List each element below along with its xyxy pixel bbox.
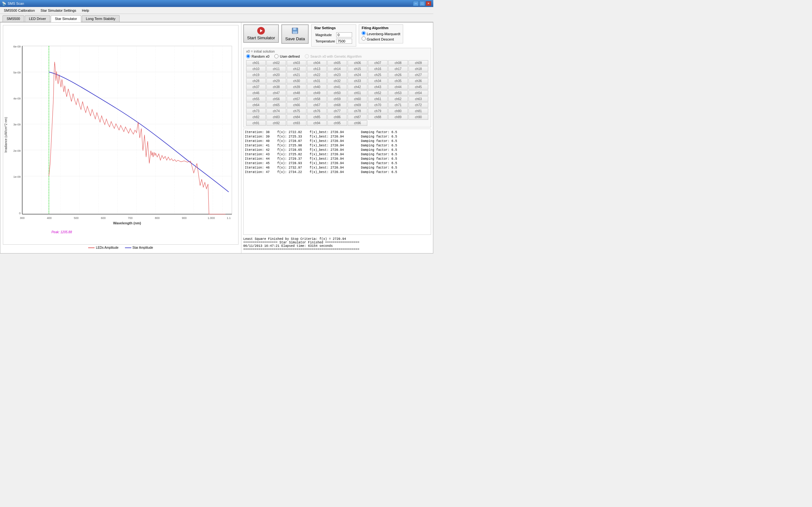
channel-button-ch95[interactable]: ch95 [327,120,347,126]
channel-button-ch01[interactable]: ch01 [246,60,266,66]
channel-button-ch14[interactable]: ch14 [327,66,347,72]
channel-button-ch92[interactable]: ch92 [266,120,286,126]
channel-button-ch45[interactable]: ch45 [409,84,428,90]
channel-button-ch87[interactable]: ch87 [348,114,367,120]
channel-button-ch63[interactable]: ch63 [409,96,428,102]
log-area[interactable]: Iteration: 38 f(x): 2722.82 f(x)_best: 2… [243,129,431,235]
gradient-descent-option[interactable]: Gradient Descent [362,37,400,41]
channel-button-ch62[interactable]: ch62 [388,96,408,102]
tab-sms500[interactable]: SMS500 [3,15,24,22]
temperature-input[interactable] [336,39,352,44]
channel-button-ch43[interactable]: ch43 [368,84,388,90]
channel-button-ch56[interactable]: ch56 [266,96,286,102]
channel-button-ch24[interactable]: ch24 [348,72,367,78]
channel-button-ch55[interactable]: ch55 [246,96,266,102]
user-defined-option[interactable]: User-defined [274,54,300,58]
channel-button-ch51[interactable]: ch51 [348,90,367,96]
channel-button-ch75[interactable]: ch75 [287,108,306,114]
channel-button-ch18[interactable]: ch18 [409,66,428,72]
channel-button-ch36[interactable]: ch36 [409,78,428,83]
menu-sms500-calibration[interactable]: SMS500 Calibration [1,8,38,13]
channel-button-ch48[interactable]: ch48 [287,90,306,96]
channel-button-ch31[interactable]: ch31 [307,78,327,83]
channel-button-ch80[interactable]: ch80 [388,108,408,114]
channel-button-ch49[interactable]: ch49 [307,90,327,96]
channel-button-ch91[interactable]: ch91 [246,120,266,126]
channel-button-ch64[interactable]: ch64 [246,102,266,108]
channel-button-ch82[interactable]: ch82 [246,114,266,120]
channel-button-ch08[interactable]: ch08 [388,60,408,66]
tab-led-driver[interactable]: LED Driver [25,15,50,22]
channel-button-ch34[interactable]: ch34 [368,78,388,83]
channel-button-ch58[interactable]: ch58 [307,96,327,102]
channel-button-ch27[interactable]: ch27 [409,72,428,78]
channel-button-ch19[interactable]: ch19 [246,72,266,78]
channel-button-ch65[interactable]: ch65 [266,102,286,108]
random-x0-option[interactable]: Random x0 [246,54,269,58]
channel-button-ch22[interactable]: ch22 [307,72,327,78]
tab-star-simulator[interactable]: Star Simulator [51,15,81,22]
channel-button-ch44[interactable]: ch44 [388,84,408,90]
channel-button-ch25[interactable]: ch25 [368,72,388,78]
channel-button-ch57[interactable]: ch57 [287,96,306,102]
channel-button-ch53[interactable]: ch53 [388,90,408,96]
channel-button-ch33[interactable]: ch33 [348,78,367,83]
channel-button-ch74[interactable]: ch74 [266,108,286,114]
channel-button-ch50[interactable]: ch50 [327,90,347,96]
channel-button-ch07[interactable]: ch07 [368,60,388,66]
channel-button-ch66[interactable]: ch66 [287,102,306,108]
channel-button-ch70[interactable]: ch70 [368,102,388,108]
channel-button-ch40[interactable]: ch40 [307,84,327,90]
channel-button-ch94[interactable]: ch94 [307,120,327,126]
channel-button-ch39[interactable]: ch39 [287,84,306,90]
channel-button-ch11[interactable]: ch11 [266,66,286,72]
start-simulator-button[interactable]: Start Simulator [243,24,279,43]
channel-button-ch52[interactable]: ch52 [368,90,388,96]
channel-button-ch59[interactable]: ch59 [327,96,347,102]
channel-button-ch85[interactable]: ch85 [307,114,327,120]
minimize-button[interactable]: ─ [413,1,419,6]
channel-button-ch02[interactable]: ch02 [266,60,286,66]
channel-button-ch78[interactable]: ch78 [348,108,367,114]
channel-button-ch20[interactable]: ch20 [266,72,286,78]
levenberg-marquardt-radio[interactable] [362,31,366,35]
channel-button-ch09[interactable]: ch09 [409,60,428,66]
channel-button-ch17[interactable]: ch17 [388,66,408,72]
random-x0-radio[interactable] [246,54,250,58]
channel-button-ch93[interactable]: ch93 [287,120,306,126]
gradient-descent-radio[interactable] [362,37,366,41]
close-button[interactable]: ✕ [426,1,432,6]
channel-button-ch29[interactable]: ch29 [266,78,286,83]
maximize-button[interactable]: □ [419,1,425,6]
channel-button-ch32[interactable]: ch32 [327,78,347,83]
channel-button-ch12[interactable]: ch12 [287,66,306,72]
channel-button-ch84[interactable]: ch84 [287,114,306,120]
channel-button-ch35[interactable]: ch35 [388,78,408,83]
channel-button-ch38[interactable]: ch38 [266,84,286,90]
channel-button-ch96[interactable]: ch96 [348,120,367,126]
channel-button-ch04[interactable]: ch04 [307,60,327,66]
channel-button-ch68[interactable]: ch68 [327,102,347,108]
save-data-button[interactable]: Save Data [281,24,309,44]
channel-button-ch72[interactable]: ch72 [409,102,428,108]
channel-button-ch46[interactable]: ch46 [246,90,266,96]
magnitude-input[interactable] [336,32,352,38]
channel-button-ch05[interactable]: ch05 [327,60,347,66]
channel-button-ch60[interactable]: ch60 [348,96,367,102]
channel-button-ch42[interactable]: ch42 [348,84,367,90]
channel-button-ch41[interactable]: ch41 [327,84,347,90]
channel-button-ch67[interactable]: ch67 [307,102,327,108]
channel-button-ch21[interactable]: ch21 [287,72,306,78]
channel-button-ch54[interactable]: ch54 [409,90,428,96]
channel-button-ch06[interactable]: ch06 [348,60,367,66]
channel-button-ch23[interactable]: ch23 [327,72,347,78]
user-defined-radio[interactable] [274,54,278,58]
channel-button-ch73[interactable]: ch73 [246,108,266,114]
channel-button-ch03[interactable]: ch03 [287,60,306,66]
channel-button-ch15[interactable]: ch15 [348,66,367,72]
channel-button-ch83[interactable]: ch83 [266,114,286,120]
channel-button-ch13[interactable]: ch13 [307,66,327,72]
menu-star-simulator-settings[interactable]: Star Simulator Settings [38,8,79,13]
channel-button-ch86[interactable]: ch86 [327,114,347,120]
channel-button-ch28[interactable]: ch28 [246,78,266,83]
